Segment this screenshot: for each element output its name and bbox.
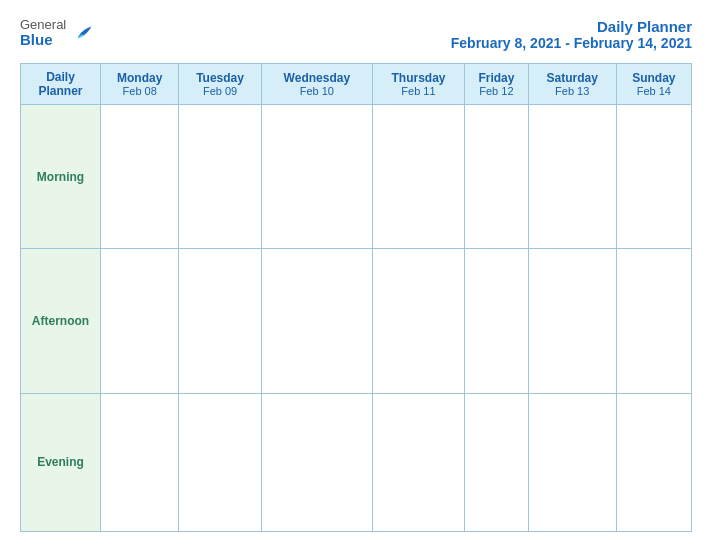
title-area: Daily Planner February 8, 2021 - Februar… bbox=[451, 18, 692, 51]
morning-sunday[interactable] bbox=[616, 105, 691, 249]
morning-tuesday[interactable] bbox=[179, 105, 261, 249]
title-date: February 8, 2021 - February 14, 2021 bbox=[451, 35, 692, 51]
afternoon-sunday[interactable] bbox=[616, 249, 691, 393]
evening-thursday[interactable] bbox=[373, 393, 465, 531]
morning-saturday[interactable] bbox=[528, 105, 616, 249]
logo-general: General bbox=[20, 18, 66, 32]
col-header-label: Daily Planner bbox=[21, 64, 101, 105]
afternoon-row: Afternoon bbox=[21, 249, 692, 393]
header: General Blue Daily Planner February 8, 2… bbox=[20, 18, 692, 51]
col-header-sunday: Sunday Feb 14 bbox=[616, 64, 691, 105]
col-header-thursday: Thursday Feb 11 bbox=[373, 64, 465, 105]
logo-area: General Blue bbox=[20, 18, 94, 49]
header-row: Daily Planner Monday Feb 08 Tuesday Feb … bbox=[21, 64, 692, 105]
logo-blue: Blue bbox=[20, 32, 66, 49]
evening-friday[interactable] bbox=[464, 393, 528, 531]
afternoon-saturday[interactable] bbox=[528, 249, 616, 393]
morning-label: Morning bbox=[21, 105, 101, 249]
evening-tuesday[interactable] bbox=[179, 393, 261, 531]
afternoon-monday[interactable] bbox=[101, 249, 179, 393]
evening-saturday[interactable] bbox=[528, 393, 616, 531]
morning-friday[interactable] bbox=[464, 105, 528, 249]
col-label-text: Daily Planner bbox=[23, 70, 98, 98]
logo-icon bbox=[72, 22, 94, 44]
afternoon-wednesday[interactable] bbox=[261, 249, 372, 393]
evening-sunday[interactable] bbox=[616, 393, 691, 531]
evening-monday[interactable] bbox=[101, 393, 179, 531]
evening-wednesday[interactable] bbox=[261, 393, 372, 531]
col-header-saturday: Saturday Feb 13 bbox=[528, 64, 616, 105]
morning-thursday[interactable] bbox=[373, 105, 465, 249]
morning-wednesday[interactable] bbox=[261, 105, 372, 249]
afternoon-thursday[interactable] bbox=[373, 249, 465, 393]
col-header-wednesday: Wednesday Feb 10 bbox=[261, 64, 372, 105]
morning-monday[interactable] bbox=[101, 105, 179, 249]
afternoon-friday[interactable] bbox=[464, 249, 528, 393]
evening-row: Evening bbox=[21, 393, 692, 531]
evening-label: Evening bbox=[21, 393, 101, 531]
afternoon-label: Afternoon bbox=[21, 249, 101, 393]
col-header-monday: Monday Feb 08 bbox=[101, 64, 179, 105]
afternoon-tuesday[interactable] bbox=[179, 249, 261, 393]
title-main: Daily Planner bbox=[451, 18, 692, 35]
col-header-friday: Friday Feb 12 bbox=[464, 64, 528, 105]
morning-row: Morning bbox=[21, 105, 692, 249]
page: General Blue Daily Planner February 8, 2… bbox=[0, 0, 712, 550]
calendar-table: Daily Planner Monday Feb 08 Tuesday Feb … bbox=[20, 63, 692, 532]
col-header-tuesday: Tuesday Feb 09 bbox=[179, 64, 261, 105]
logo-text: General Blue bbox=[20, 18, 66, 49]
